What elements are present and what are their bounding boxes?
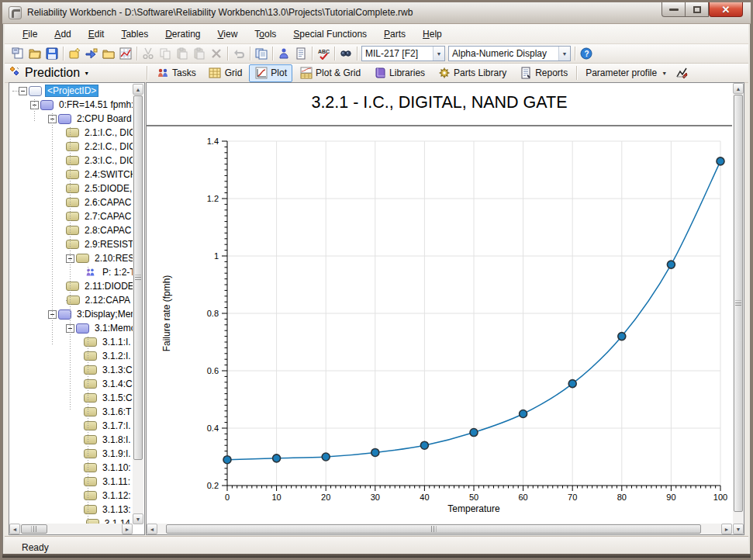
plot-hscroll-thumb[interactable] — [166, 524, 701, 534]
tree-vertical-scrollbar[interactable]: ▲ ▼ — [133, 84, 143, 524]
data-point[interactable]: 100, 1.33 — [717, 157, 724, 165]
tree-item-2.6-capac[interactable]: 2.6:CAPAC — [9, 195, 133, 209]
data-point[interactable]: 20, 0.3 — [322, 453, 330, 461]
prediction-module-button[interactable]: Prediction ▼ — [5, 65, 144, 81]
tree-item-2.4-switch[interactable]: 2.4:SWITCH — [9, 168, 133, 181]
scroll-up-arrow[interactable]: ▲ — [133, 84, 143, 95]
tree-item-projectid[interactable]: <ProjectID> — [9, 84, 133, 98]
tree-item-3.1.12[interactable]: 3.1.12: — [9, 489, 133, 503]
paste-block-icon[interactable] — [83, 46, 100, 62]
data-point[interactable]: 10, 0.295 — [273, 455, 281, 462]
save-icon[interactable] — [43, 46, 60, 62]
tree-vscroll-thumb[interactable] — [133, 95, 143, 460]
tree-hscroll-thumb[interactable] — [21, 524, 47, 534]
app-icon[interactable] — [9, 6, 22, 19]
collapse-icon[interactable] — [19, 87, 27, 95]
close-button[interactable]: ✕ — [709, 2, 743, 17]
data-point[interactable]: 80, 0.72 — [618, 333, 626, 340]
scroll-right-arrow[interactable]: ► — [122, 524, 133, 534]
menu-parts[interactable]: Parts — [375, 26, 414, 42]
tree-item-0-fr-14.51-fpmh-m[interactable]: 0:FR=14.51 fpmh:M — [9, 98, 133, 112]
tree-item-2.1-i.c.-dig[interactable]: 2.1:I.C., DIG — [9, 126, 133, 140]
add-block-icon[interactable] — [66, 46, 83, 62]
tree-item-3.1-memory[interactable]: 3.1:Memory — [9, 321, 133, 335]
parameter-chart-icon[interactable] — [673, 65, 690, 81]
tree-item-3.1.11[interactable]: 3.1.11: — [9, 475, 133, 489]
chevron-down-icon[interactable]: ▼ — [433, 47, 444, 60]
tree-item-3-display-mem[interactable]: 3:Display;Mem — [9, 307, 133, 321]
menu-file[interactable]: File — [14, 26, 46, 42]
data-point[interactable]: 0, 0.29 — [223, 456, 231, 464]
tree-item-2.12-capa[interactable]: 2.12:CAPA — [9, 293, 133, 307]
spellcheck-icon[interactable]: ABC — [315, 46, 332, 62]
tree-item-2.7-capac[interactable]: 2.7:CAPAC — [9, 209, 133, 223]
display-mode-select[interactable]: Alpha-Numeric Display▼ — [448, 46, 571, 61]
data-point[interactable]: 70, 0.555 — [568, 380, 576, 388]
data-point[interactable]: 30, 0.315 — [371, 448, 379, 456]
tree-item-2.9-resist[interactable]: 2.9:RESIST — [9, 237, 133, 251]
menu-special-functions[interactable]: Special Functions — [285, 26, 375, 42]
tree-item-2-cpu-board[interactable]: 2:CPU Board — [9, 112, 133, 126]
tree-item-3.1.7-i.[interactable]: 3.1.7:I. — [9, 419, 133, 433]
tree-item-3.1.6-t[interactable]: 3.1.6:T — [9, 405, 133, 419]
parts-library-button[interactable]: Parts Library — [432, 64, 512, 82]
help-icon[interactable]: ? — [578, 46, 595, 62]
menu-tables[interactable]: Tables — [112, 26, 157, 42]
chevron-down-icon[interactable]: ▼ — [558, 47, 570, 60]
plot-grid-button[interactable]: Plot & Grid — [294, 64, 366, 82]
tree-item-3.1.9-i.[interactable]: 3.1.9:I. — [9, 447, 133, 461]
scroll-down-arrow[interactable]: ▼ — [733, 524, 744, 534]
tree-item-2.3-i.c.-dig[interactable]: 2.3:I.C., DIG — [9, 154, 133, 168]
new-project-icon[interactable] — [9, 46, 26, 62]
menu-edit[interactable]: Edit — [80, 26, 113, 42]
plot-button[interactable]: Plot — [249, 64, 292, 82]
data-point[interactable]: 90, 0.97 — [667, 261, 675, 268]
notes-icon[interactable] — [292, 46, 309, 62]
scroll-down-arrow[interactable]: ▼ — [133, 513, 143, 524]
tree-item-2.8-capac[interactable]: 2.8:CAPAC — [9, 223, 133, 237]
tree-item-2.2-i.c.-dig[interactable]: 2.2:I.C., DIG — [9, 140, 133, 154]
tasks-button[interactable]: Tasks — [150, 64, 202, 82]
data-point[interactable]: 60, 0.45 — [520, 410, 527, 418]
tree-item-p-1-2-t[interactable]: P: 1:2-T — [9, 265, 133, 279]
data-point[interactable]: 40, 0.34 — [420, 441, 428, 449]
parameter-profile-button[interactable]: Parameter profile ▼ — [580, 65, 672, 81]
tree-item-3.1.8-i.[interactable]: 3.1.8:I. — [9, 433, 133, 447]
parts-wizard-icon[interactable] — [275, 46, 292, 62]
menu-derating[interactable]: Derating — [157, 26, 209, 42]
grid-button[interactable]: Grid — [203, 64, 248, 82]
tree-item-2.11-diode[interactable]: 2.11:DIODE — [9, 279, 133, 293]
maximize-button[interactable] — [685, 2, 709, 17]
open-icon[interactable] — [26, 46, 43, 62]
tree-item-3.1.10[interactable]: 3.1.10: — [9, 461, 133, 475]
tree-item-3.1.14[interactable]: 3.1.14 — [9, 517, 133, 524]
menu-help[interactable]: Help — [414, 26, 451, 42]
scroll-left-arrow[interactable]: ◄ — [147, 524, 157, 534]
menu-add[interactable]: Add — [46, 26, 79, 42]
scroll-up-arrow[interactable]: ▲ — [733, 83, 744, 94]
data-point[interactable]: 50, 0.385 — [470, 429, 478, 437]
tree-item-3.1.3-c[interactable]: 3.1.3:C — [9, 363, 133, 377]
tree-item-3.1.5-c[interactable]: 3.1.5:C — [9, 391, 133, 405]
menu-view[interactable]: View — [209, 26, 247, 42]
minimize-button[interactable] — [661, 2, 685, 17]
copy-grid-icon[interactable] — [253, 46, 270, 62]
tree-item-2.5-diode[interactable]: 2.5:DIODE, — [9, 181, 133, 195]
libraries-button[interactable]: Libraries — [368, 64, 430, 82]
plot-horizontal-scrollbar[interactable]: ◄ ► — [147, 524, 732, 534]
reports-button[interactable]: Reports — [513, 64, 573, 82]
tree-horizontal-scrollbar[interactable]: ◄ ► — [9, 524, 133, 534]
scroll-right-arrow[interactable]: ► — [721, 524, 732, 534]
plot-vertical-scrollbar[interactable]: ▲ ▼ — [733, 83, 744, 534]
menu-tools[interactable]: Tools — [246, 26, 285, 42]
title-bar[interactable]: Reliability Workbench - D:\Software\Reli… — [2, 2, 751, 24]
tree-item-3.1.2-i.[interactable]: 3.1.2:I. — [9, 349, 133, 363]
new-folder-icon[interactable] — [100, 46, 117, 62]
tree-item-3.1.1-i.[interactable]: 3.1.1:I. — [9, 335, 133, 349]
tree-item-2.10-resis[interactable]: 2.10:RESIS — [9, 251, 133, 265]
tree-item-3.1.13[interactable]: 3.1.13: — [9, 503, 133, 517]
standard-select[interactable]: MIL-217 [F2]▼ — [361, 46, 445, 61]
chart-grid-icon[interactable] — [117, 46, 134, 62]
scroll-left-arrow[interactable]: ◄ — [9, 524, 20, 534]
tree-item-3.1.4-c[interactable]: 3.1.4:C — [9, 377, 133, 391]
